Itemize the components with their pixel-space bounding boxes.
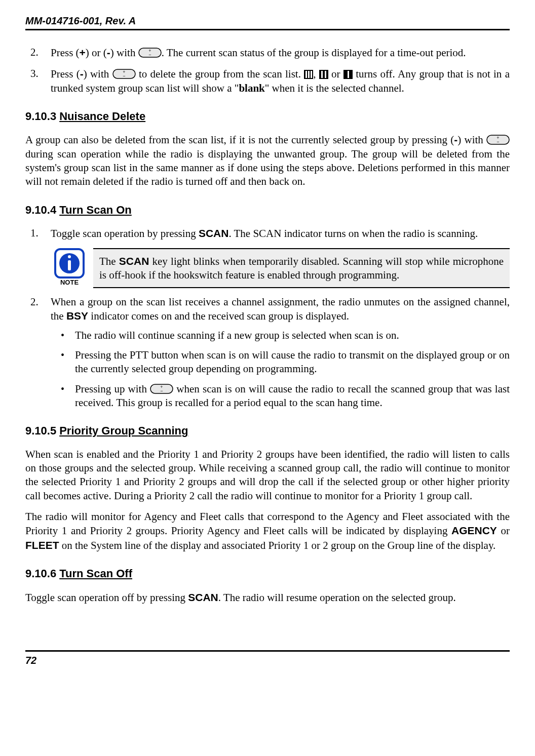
text: Press ( [51,47,80,59]
rocker-switch-icon [150,384,173,394]
text: ) with [457,134,486,146]
section-number: 9.10.4 [25,203,56,218]
text: to delete the group from the scan list. [136,68,304,80]
rocker-switch-icon [138,48,162,58]
text: , [313,68,319,80]
text: or [328,68,343,80]
text: during scan operation while the radio is… [25,148,510,188]
text: A group can also be deleted from the sca… [25,134,454,146]
scan-key: SCAN [188,591,218,603]
text: key light blinks when temporarily disabl… [99,255,504,281]
text: The [99,255,119,267]
note-callout: NOTE The SCAN key light blinks when temp… [51,248,510,289]
text: Pressing the PTT button when scan is on … [75,349,510,375]
section-heading-turn-scan-on: 9.10.4Turn Scan On [25,203,510,218]
text: The radio will monitor for Agency and Fl… [25,510,510,537]
bsy-indicator: BSY [66,310,88,322]
text: . The radio will resume operation on the… [218,591,456,604]
plus-key: + [80,47,86,58]
signal-bars-2-icon [319,70,328,79]
scan-key: SCAN [119,255,149,267]
text: on the System line of the display and as… [59,539,496,551]
paragraph: A group can also be deleted from the sca… [25,133,510,188]
list-number: 3. [30,67,46,81]
agency-label: AGENCY [451,525,497,536]
text: Toggle scan operation off by pressing [25,591,188,604]
section-heading-turn-scan-off: 9.10.6Turn Scan Off [25,567,510,581]
rocker-switch-icon [112,69,136,79]
signal-bars-1-icon [343,70,353,79]
text: Toggle scan operation by pressing [51,227,199,240]
minus-key: - [107,47,110,58]
bullet-item: Pressing the PTT button when scan is on … [75,348,510,376]
section-title: Nuisance Delete [59,110,145,123]
text: Pressing up with [75,383,150,395]
list-item: 3. Press (-) with to delete the group fr… [51,67,510,95]
section-heading-nuisance-delete: 9.10.3Nuisance Delete [25,109,510,124]
list-number: 2. [30,46,46,59]
rocker-switch-icon [486,135,510,145]
doc-header: MM-014716-001, Rev. A [25,15,510,30]
bullet-item: The radio will continue scanning if a ne… [75,329,510,342]
paragraph: When scan is enabled and the Priority 1 … [25,448,510,503]
text: " when it is the selected channel. [265,82,404,94]
blank-label: blank [239,82,264,94]
text: ) or ( [86,47,107,59]
bullet-item: Pressing up with when scan is on will ca… [75,382,510,410]
section-title: Turn Scan Off [59,567,132,580]
minus-key: - [80,68,84,79]
text: ) with [84,68,112,80]
note-body: The SCAN key light blinks when temporari… [93,248,510,289]
signal-bars-3-icon [304,70,313,79]
text: . The SCAN indicator turns on when the r… [228,227,478,240]
text: The radio will continue scanning if a ne… [75,329,399,341]
text: or [497,525,510,537]
section-title: Turn Scan On [59,204,132,216]
text: . The current scan status of the group i… [162,47,466,59]
paragraph: Toggle scan operation off by pressing SC… [25,590,510,605]
note-label: NOTE [60,278,79,287]
list-item: 2. Press (+) or (-) with . The current s… [51,46,510,60]
fleet-label: FLEET [25,539,59,551]
section-number: 9.10.6 [25,567,56,581]
paragraph: The radio will monitor for Agency and Fl… [25,510,510,552]
list-number: 2. [30,295,46,309]
page-footer: 72 [25,650,510,666]
section-number: 9.10.3 [25,109,56,124]
text: indicator comes on and the received scan… [88,310,349,322]
scan-key: SCAN [199,227,229,239]
section-heading-priority-group-scanning: 9.10.5Priority Group Scanning [25,424,510,439]
page-number: 72 [25,655,36,666]
text: Press ( [51,68,80,80]
list-number: 1. [30,226,46,240]
list-item: 2. When a group on the scan list receive… [51,295,510,410]
section-number: 9.10.5 [25,424,56,439]
info-icon [54,248,85,278]
note-icon-container: NOTE [51,248,88,289]
list-item: 1. Toggle scan operation by pressing SCA… [51,226,510,241]
text: ) with [110,47,138,59]
section-title: Priority Group Scanning [59,424,188,437]
